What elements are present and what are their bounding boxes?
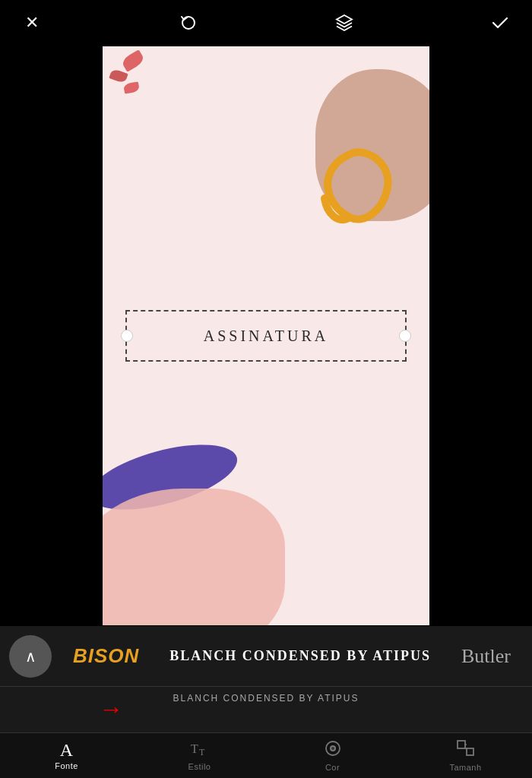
tamanho-label: Tamanh: [449, 763, 481, 772]
cor-icon: [324, 739, 342, 761]
font-item-bison[interactable]: BISON: [58, 626, 154, 686]
chevron-up-icon: ∧: [25, 649, 36, 664]
layers-button[interactable]: [331, 9, 358, 36]
red-arrow-indicator: →: [99, 695, 123, 723]
font-item-butler[interactable]: Butler: [446, 626, 526, 686]
nav-tab-estilo[interactable]: T T Estilo: [133, 733, 266, 778]
canvas-wrapper: ASSINATURA: [64, 46, 468, 626]
font-bison-label: BISON: [73, 644, 139, 668]
svg-rect-6: [458, 741, 465, 748]
text-handle-right[interactable]: [399, 330, 411, 342]
nav-tab-tamanho[interactable]: Tamanh: [399, 733, 532, 778]
font-panel: ∧ BISON BLANCH CONDENSED BY ATIPUS Butle…: [0, 626, 532, 732]
canvas-text: ASSINATURA: [204, 327, 328, 345]
top-toolbar: ✕: [0, 0, 532, 46]
confirm-button[interactable]: [486, 9, 514, 36]
svg-text:T: T: [191, 742, 198, 755]
cor-label: Cor: [325, 763, 340, 772]
selected-font-subtitle: BLANCH CONDENSED BY ATIPUS: [173, 693, 359, 704]
selected-font-subtitle-row: BLANCH CONDENSED BY ATIPUS: [0, 687, 532, 710]
nav-tab-cor[interactable]: Cor: [266, 733, 399, 778]
font-butler-label: Butler: [461, 645, 511, 668]
bottom-nav: A Fonte T T Estilo Cor: [0, 732, 532, 778]
font-carousel: ∧ BISON BLANCH CONDENSED BY ATIPUS Butle…: [0, 626, 532, 687]
svg-text:T: T: [199, 747, 205, 757]
text-handle-left[interactable]: [121, 330, 133, 342]
undo-button[interactable]: [174, 9, 201, 36]
estilo-icon: T T: [190, 740, 210, 760]
fonte-icon: A: [60, 741, 73, 759]
nav-tab-fonte[interactable]: A Fonte: [0, 733, 133, 778]
pink-blob-decoration: [103, 489, 285, 625]
svg-marker-0: [337, 15, 352, 24]
font-panel-up-button[interactable]: ∧: [9, 635, 52, 678]
close-button[interactable]: ✕: [18, 9, 46, 36]
tamanho-icon: [456, 739, 476, 761]
gold-ring-decoration: [308, 138, 399, 236]
font-item-blanch[interactable]: BLANCH CONDENSED BY ATIPUS: [154, 626, 446, 686]
svg-point-5: [331, 747, 334, 750]
font-blanch-label: BLANCH CONDENSED BY ATIPUS: [169, 648, 431, 664]
svg-rect-7: [467, 748, 473, 755]
text-selection-box[interactable]: ASSINATURA: [125, 310, 407, 362]
design-canvas[interactable]: ASSINATURA: [103, 46, 429, 625]
estilo-label: Estilo: [188, 762, 211, 771]
fonte-label: Fonte: [55, 761, 78, 770]
